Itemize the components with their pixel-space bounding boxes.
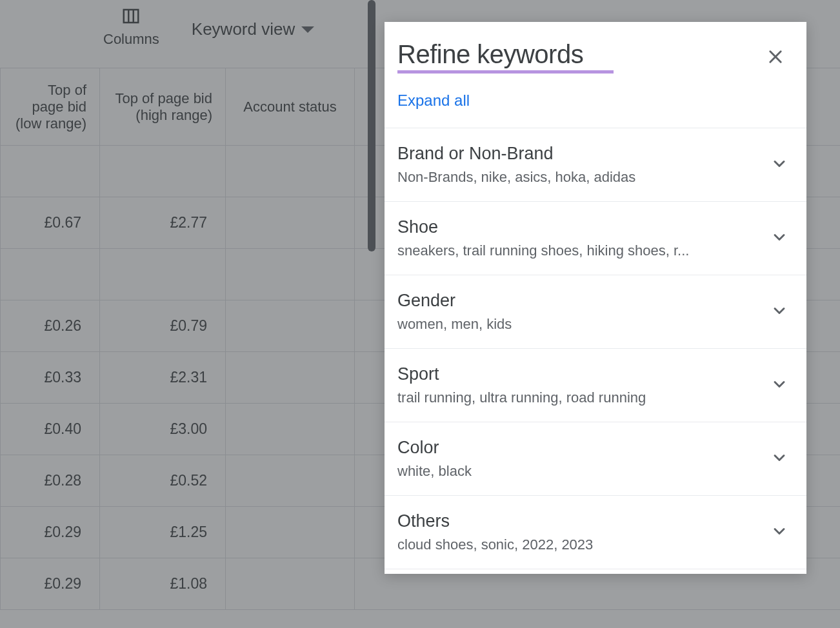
filter-group-title: Gender bbox=[397, 291, 757, 311]
filter-group[interactable]: Shoesneakers, trail running shoes, hikin… bbox=[385, 202, 806, 275]
filter-group-title: Brand or Non-Brand bbox=[397, 144, 757, 164]
close-button[interactable] bbox=[763, 44, 788, 70]
filter-group-title: Color bbox=[397, 438, 757, 458]
filter-group-content: Brand or Non-BrandNon-Brands, nike, asic… bbox=[397, 144, 757, 186]
filter-group-title: Sport bbox=[397, 364, 757, 384]
chevron-down-icon bbox=[770, 302, 788, 322]
filter-group-values: trail running, ultra running, road runni… bbox=[397, 389, 757, 406]
filter-group-values: Non-Brands, nike, asics, hoka, adidas bbox=[397, 169, 757, 186]
filter-group-content: Colorwhite, black bbox=[397, 438, 757, 480]
filter-group-content: Shoesneakers, trail running shoes, hikin… bbox=[397, 217, 757, 259]
chevron-down-icon bbox=[770, 228, 788, 249]
chevron-down-icon bbox=[770, 375, 788, 396]
filter-group[interactable]: Colorwhite, black bbox=[385, 422, 806, 496]
filter-group-content: Sporttrail running, ultra running, road … bbox=[397, 364, 757, 406]
chevron-down-icon bbox=[770, 522, 788, 543]
filter-group-title: Shoe bbox=[397, 217, 757, 237]
panel-header: Refine keywords bbox=[385, 22, 806, 86]
filter-group[interactable]: Genderwomen, men, kids bbox=[385, 275, 806, 349]
filter-group-values: cloud shoes, sonic, 2022, 2023 bbox=[397, 536, 757, 553]
chevron-down-icon bbox=[770, 155, 788, 175]
title-underline bbox=[397, 70, 614, 74]
filter-group-values: women, men, kids bbox=[397, 316, 757, 333]
filter-group-content: Genderwomen, men, kids bbox=[397, 291, 757, 333]
close-icon bbox=[766, 48, 785, 66]
filter-group[interactable]: Otherscloud shoes, sonic, 2022, 2023 bbox=[385, 496, 806, 569]
filter-group-values: sneakers, trail running shoes, hiking sh… bbox=[397, 242, 757, 259]
expand-all-section: Expand all bbox=[385, 86, 806, 128]
panel-title: Refine keywords bbox=[397, 40, 614, 69]
filter-group-title: Others bbox=[397, 511, 757, 531]
filter-group-content: Otherscloud shoes, sonic, 2022, 2023 bbox=[397, 511, 757, 553]
filter-group[interactable]: Brand or Non-BrandNon-Brands, nike, asic… bbox=[385, 128, 806, 202]
filter-group[interactable]: Sporttrail running, ultra running, road … bbox=[385, 349, 806, 422]
expand-all-link[interactable]: Expand all bbox=[397, 92, 470, 109]
filter-group-values: white, black bbox=[397, 463, 757, 480]
chevron-down-icon bbox=[770, 449, 788, 469]
refine-keywords-panel: Refine keywords Expand all Brand or Non-… bbox=[385, 22, 806, 574]
